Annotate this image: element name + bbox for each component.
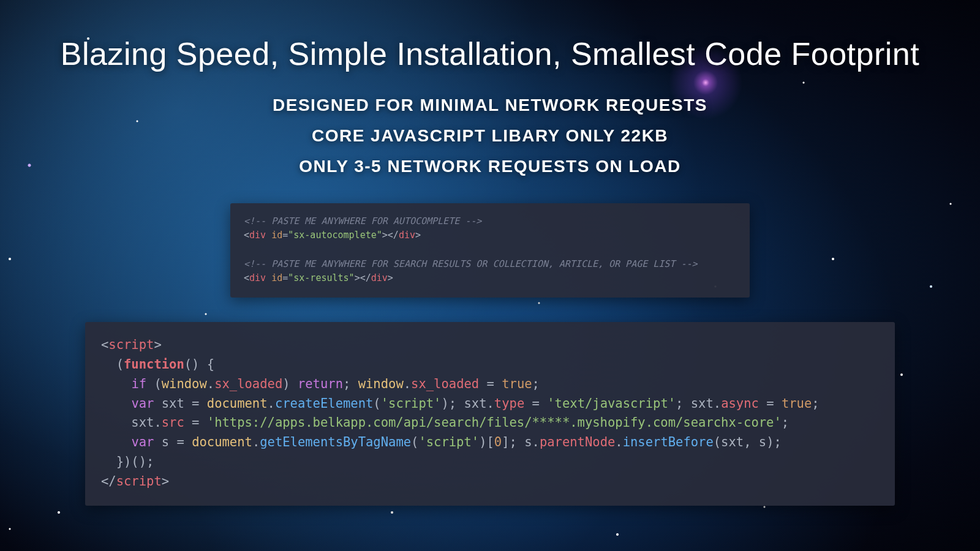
code-punct: < <box>244 230 249 241</box>
code-text <box>101 396 131 411</box>
code-string: "sx-results" <box>288 272 354 283</box>
code-obj: document <box>192 435 252 449</box>
code-text: ) <box>282 377 298 391</box>
code-func: getElementsByTagName <box>260 435 411 449</box>
code-text: = <box>524 396 547 411</box>
code-keyword: if <box>131 377 146 391</box>
code-keyword: var <box>131 396 154 411</box>
code-comment: <!-- PASTE ME ANYWHERE FOR AUTOCOMPLETE … <box>244 216 481 227</box>
code-prop: async <box>721 396 759 411</box>
code-text <box>101 377 131 391</box>
code-obj: window <box>358 377 404 391</box>
code-text: = <box>479 377 502 391</box>
code-punct: > <box>415 230 421 241</box>
code-punct: = <box>282 272 288 283</box>
code-punct: < <box>244 272 249 283</box>
code-text: ; <box>532 377 540 391</box>
code-string: 'script' <box>418 435 479 449</box>
code-text: )[ <box>479 435 494 449</box>
code-text: ]; s. <box>502 435 540 449</box>
code-text: . <box>268 396 275 411</box>
code-text: ( <box>146 377 162 391</box>
code-punct: > <box>355 272 360 283</box>
code-prop: sx_loaded <box>214 377 282 391</box>
code-text: sxt. <box>101 415 162 430</box>
code-string: "sx-autocomplete" <box>288 230 382 241</box>
code-punct: > <box>388 272 393 283</box>
code-prop: src <box>162 415 184 430</box>
code-text: = <box>759 396 782 411</box>
code-string: 'https://apps.belkapp.com/api/search/fil… <box>207 415 782 430</box>
code-text: ( <box>373 396 380 411</box>
code-tag: div <box>249 272 266 283</box>
code-tag: div <box>371 272 388 283</box>
code-text: sxt = <box>154 396 206 411</box>
code-punct: < <box>101 337 108 352</box>
code-func: createElement <box>275 396 373 411</box>
code-punct: </ <box>360 272 371 283</box>
code-string: 'script' <box>381 396 442 411</box>
code-punct: > <box>382 230 388 241</box>
code-attr: id <box>271 272 282 283</box>
subtitle-line-2: CORE JAVASCRIPT LIBARY ONLY 22KB <box>0 126 980 146</box>
code-text: ; sxt. <box>676 396 721 411</box>
code-text: . <box>252 435 260 449</box>
code-text: . <box>207 377 214 391</box>
code-text: ( <box>101 357 124 372</box>
code-tag: script <box>116 474 162 489</box>
code-text: })(); <box>101 454 154 469</box>
code-prop: type <box>494 396 524 411</box>
code-keyword: var <box>131 435 154 449</box>
code-obj: window <box>162 377 207 391</box>
code-string: 'text/javascript' <box>547 396 676 411</box>
code-punct: = <box>282 230 288 241</box>
code-punct: > <box>162 474 169 489</box>
code-bool: true <box>502 377 532 391</box>
code-number: 0 <box>494 435 502 449</box>
code-text: ; <box>782 415 789 430</box>
code-text: ); sxt. <box>441 396 494 411</box>
code-text <box>101 435 131 449</box>
code-text: ; <box>343 377 358 391</box>
code-bool: true <box>782 396 812 411</box>
code-prop: parentNode <box>540 435 615 449</box>
code-tag: script <box>108 337 154 352</box>
slide: Blazing Speed, Simple Installation, Smal… <box>0 0 980 551</box>
code-punct: </ <box>388 230 399 241</box>
code-punct: > <box>154 337 161 352</box>
subtitle-line-3: ONLY 3-5 NETWORK REQUESTS ON LOAD <box>0 157 980 176</box>
code-text: (sxt, s); <box>714 435 782 449</box>
code-text: . <box>615 435 622 449</box>
code-text: ; <box>812 396 819 411</box>
code-text: () { <box>184 357 214 372</box>
code-prop: sx_loaded <box>411 377 479 391</box>
code-tag: div <box>249 230 266 241</box>
code-text: . <box>404 377 411 391</box>
code-text: s = <box>154 435 192 449</box>
code-snippet-js: <script> (function() { if (window.sx_loa… <box>85 322 895 506</box>
code-attr: id <box>271 230 282 241</box>
code-keyword: return <box>298 377 343 391</box>
slide-title: Blazing Speed, Simple Installation, Smal… <box>0 36 980 72</box>
code-comment: <!-- PASTE ME ANYWHERE FOR SEARCH RESULT… <box>244 258 698 269</box>
code-keyword: function <box>124 357 184 372</box>
code-punct: </ <box>101 474 116 489</box>
code-text: = <box>184 415 207 430</box>
code-snippet-html: <!-- PASTE ME ANYWHERE FOR AUTOCOMPLETE … <box>230 203 750 298</box>
code-obj: document <box>207 396 268 411</box>
subtitle-line-1: DESIGNED FOR MINIMAL NETWORK REQUESTS <box>0 96 980 115</box>
code-tag: div <box>399 230 415 241</box>
code-text: ( <box>411 435 418 449</box>
code-func: insertBefore <box>623 435 714 449</box>
